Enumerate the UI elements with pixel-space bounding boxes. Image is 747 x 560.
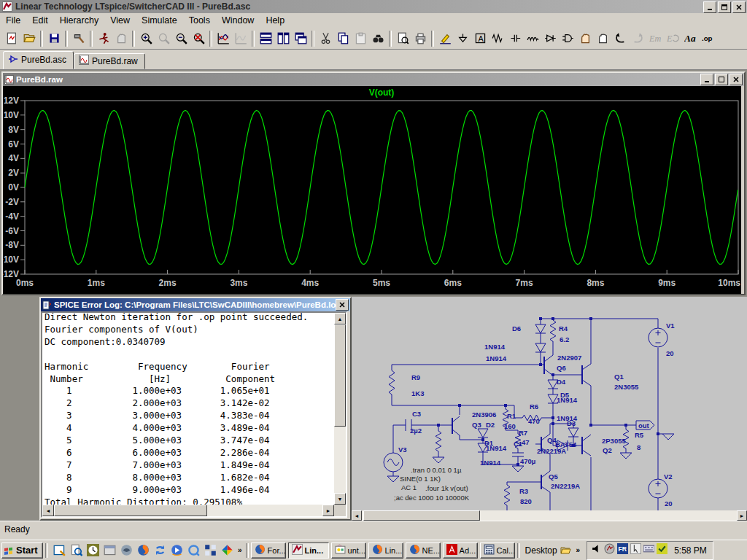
autorange-button[interactable] <box>214 30 232 47</box>
print-preview-button[interactable] <box>394 30 411 47</box>
menu-help[interactable]: Help <box>260 14 290 27</box>
task-button-3[interactable]: Lin... <box>368 542 403 559</box>
zoom-out-button[interactable] <box>172 30 190 47</box>
scroll-right-button[interactable]: ► <box>322 505 334 516</box>
drag-button[interactable] <box>594 30 611 47</box>
task-button-6[interactable]: Cal... <box>480 542 515 559</box>
lang-fr-tray-icon[interactable]: FR <box>617 543 628 557</box>
schematic-view[interactable]: out D61N9141N914R46.2V1202N2907Q6R91K3Q1… <box>352 297 747 521</box>
task-button-4[interactable]: NE... <box>406 542 441 559</box>
child-minimize-button[interactable] <box>700 74 713 85</box>
sync-icon[interactable] <box>154 544 166 556</box>
quicklaunch-overflow-chevron[interactable]: » <box>236 546 244 554</box>
quicktime-icon[interactable] <box>187 544 200 556</box>
scroll-left-button[interactable]: ◄ <box>42 505 54 516</box>
hscroll-thumb[interactable] <box>54 505 207 516</box>
component-label: V1 <box>666 322 675 330</box>
run-button[interactable] <box>95 30 112 47</box>
svg-text:-6V: -6V <box>5 226 19 236</box>
scroll-left-button[interactable]: ◄ <box>352 510 362 521</box>
wire-button[interactable] <box>436 30 454 47</box>
vscroll-thumb[interactable] <box>334 324 346 427</box>
waveform-plot[interactable]: V(out)12V10V8V6V4V2V0V-2V-4V-6V-8V-10V-1… <box>3 86 741 294</box>
minimize-button[interactable] <box>703 1 716 13</box>
timer-icon[interactable] <box>87 544 99 556</box>
show-desktop-icon[interactable] <box>53 544 66 556</box>
scroll-thumb[interactable] <box>363 510 480 521</box>
task-button-0[interactable]: For... <box>251 542 286 559</box>
scheduler-tray-icon[interactable] <box>657 543 667 557</box>
scroll-down-button[interactable]: ▼ <box>334 493 346 505</box>
undo-button[interactable] <box>611 30 629 47</box>
menu-window[interactable]: Window <box>216 14 260 27</box>
scroll-right-button[interactable]: ► <box>737 510 747 521</box>
task-label: Ad... <box>460 546 476 555</box>
tile-horizontal-button[interactable] <box>257 30 274 47</box>
start-button[interactable]: Start <box>1 542 43 559</box>
menu-hierarchy[interactable]: Hierarchy <box>54 14 105 27</box>
menu-file[interactable]: File <box>0 14 26 27</box>
ltspice-tray-tray-icon[interactable] <box>604 543 615 557</box>
label-net-button[interactable]: A <box>471 30 489 47</box>
maximize-button[interactable] <box>718 1 731 13</box>
menu-edit[interactable]: Edit <box>26 14 54 27</box>
volume-tray-icon[interactable] <box>591 543 602 557</box>
inductor-button[interactable] <box>524 30 541 47</box>
new-schematic-button[interactable] <box>3 30 20 47</box>
component-button[interactable] <box>559 30 576 47</box>
pointer-tray-icon[interactable] <box>630 543 641 557</box>
open-button[interactable] <box>20 30 38 47</box>
resistor-button[interactable] <box>489 30 506 47</box>
picasa-icon[interactable] <box>221 544 233 556</box>
component-label: 2N2907 <box>557 354 581 362</box>
move-button[interactable] <box>576 30 594 47</box>
print-button[interactable] <box>411 30 429 47</box>
log-close-button[interactable] <box>336 299 349 311</box>
tab-purebd.asc[interactable]: PureBd.asc <box>3 51 74 69</box>
search-icon[interactable] <box>70 544 82 556</box>
zoom-extents-button[interactable] <box>190 30 207 47</box>
media-player-icon[interactable] <box>171 544 183 556</box>
component-label: 1K3 <box>411 389 424 397</box>
control-panel-button[interactable] <box>70 30 88 47</box>
tab-purebd.raw[interactable]: PureBd.raw <box>74 53 145 69</box>
cascade-button[interactable] <box>292 30 309 47</box>
window-icon[interactable] <box>104 544 116 556</box>
capacitor-button[interactable] <box>506 30 524 47</box>
waveform-window-titlebar[interactable]: PureBd.raw <box>3 73 744 86</box>
cut-button[interactable] <box>317 30 334 47</box>
diode-button[interactable] <box>541 30 559 47</box>
svg-text:8V: 8V <box>8 125 19 135</box>
task-button-1[interactable]: Lin... <box>288 542 329 559</box>
desktop-toolbar[interactable]: Desktop » <box>522 545 585 556</box>
taskbar: Start » For...Lin...unt...Lin...NE...Ad.… <box>0 540 747 560</box>
task-button-5[interactable]: Ad... <box>443 542 478 559</box>
desktop-overflow-chevron[interactable]: » <box>575 546 582 554</box>
menu-tools[interactable]: Tools <box>183 14 216 27</box>
component-label: 820 <box>520 497 532 505</box>
log-vscrollbar[interactable]: ▲ ▼ <box>334 313 346 505</box>
squares-icon[interactable] <box>204 544 217 556</box>
svg-text:2V: 2V <box>8 168 19 178</box>
schematic-hscrollbar[interactable]: ◄ ► <box>352 510 747 521</box>
log-hscrollbar[interactable]: ◄ ► <box>42 505 334 516</box>
firefox-icon[interactable] <box>137 544 150 556</box>
keyboard-tray-icon[interactable] <box>643 543 654 557</box>
copy-button[interactable] <box>334 30 352 47</box>
child-close-button[interactable] <box>729 74 743 85</box>
child-maximize-button[interactable] <box>715 74 728 85</box>
task-button-2[interactable]: unt... <box>331 542 366 559</box>
zoom-in-button[interactable] <box>137 30 155 47</box>
scroll-up-button[interactable]: ▲ <box>334 313 346 324</box>
spice-directive-button[interactable]: .op <box>699 30 716 47</box>
ground-button[interactable] <box>454 30 471 47</box>
text-button[interactable]: Aa <box>681 30 699 47</box>
close-button[interactable] <box>732 1 746 13</box>
menu-view[interactable]: View <box>104 14 136 27</box>
thunderbird-icon[interactable] <box>120 544 133 556</box>
save-button[interactable] <box>45 30 63 47</box>
tile-vertical-button[interactable] <box>274 30 292 47</box>
log-window-titlebar[interactable]: SPICE Error Log: C:\Program Files\LTC\Sw… <box>41 298 350 311</box>
menu-simulate[interactable]: Simulate <box>136 14 183 27</box>
find-button[interactable] <box>369 30 387 47</box>
